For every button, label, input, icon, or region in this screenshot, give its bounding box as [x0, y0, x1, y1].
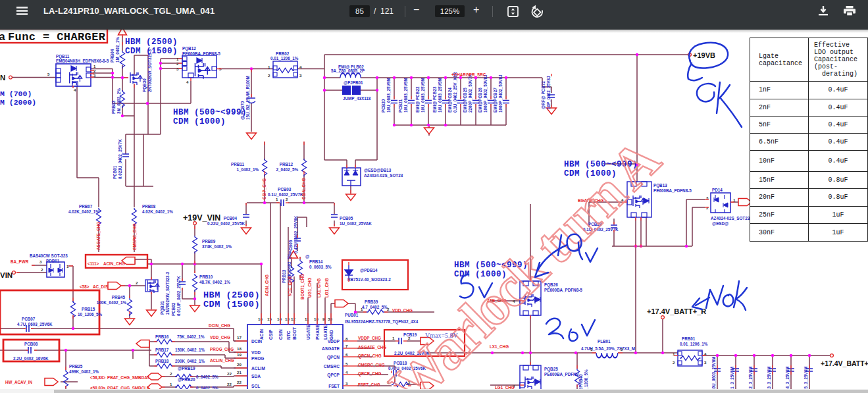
svg-text:CSIP: CSIP — [268, 329, 273, 340]
svg-text:VDD_CHG: VDD_CHG — [210, 335, 230, 340]
svg-text:N: N — [0, 74, 5, 82]
svg-text:10U_0603_25V9M: 10U_0603_25V9M — [386, 78, 391, 113]
svg-text:AZ4024-02S_SOT23: AZ4024-02S_SOT23 — [711, 216, 750, 221]
svg-text:2.2U_0402_16V6K: 2.2U_0402_16V6K — [13, 356, 49, 361]
svg-text:BOOT1_CHG: BOOT1_CHG — [300, 274, 305, 300]
svg-text:PCB01: PCB01 — [113, 165, 117, 179]
svg-text:10U_0603_25V6M: 10U_0603_25V6M — [711, 356, 716, 391]
svg-text:PRB02: PRB02 — [276, 51, 290, 56]
svg-text:PD14: PD14 — [712, 188, 723, 192]
svg-text:3: 3 — [299, 73, 302, 78]
svg-text:1: 1 — [170, 382, 172, 386]
svg-text:@PDB14: @PDB14 — [360, 268, 378, 273]
svg-text:12: 12 — [291, 317, 295, 321]
svg-text:1: 1 — [590, 347, 593, 352]
svg-text:2: 2 — [136, 280, 138, 285]
svg-text:PCB05: PCB05 — [340, 216, 353, 221]
svg-text:+19V_VIN: +19V_VIN — [183, 213, 220, 223]
svg-text:0.01UF_0402_25V7K: 0.01UF_0402_25V7K — [176, 276, 181, 316]
svg-text:CSIN: CSIN — [278, 329, 283, 340]
svg-text:<58>: <58> — [80, 284, 89, 289]
svg-text:4: 4 — [299, 65, 302, 69]
svg-text:PQB30: PQB30 — [142, 78, 147, 92]
svg-text:@ESD@DB13: @ESD@DB13 — [364, 168, 392, 172]
svg-text:0.47U_0402_25V6K: 0.47U_0402_25V6K — [294, 215, 298, 253]
svg-text:4: 4 — [186, 80, 189, 84]
svg-text:CMSRC_CHG: CMSRC_CHG — [358, 363, 385, 367]
svg-text:8: 8 — [345, 336, 348, 341]
svg-text:0.01_1206_1%: 0.01_1206_1% — [680, 342, 708, 346]
svg-text:PQB31: PQB31 — [160, 301, 165, 315]
svg-text:PE600BA_PDFN8: PE600BA_PDFN8 — [544, 372, 579, 377]
svg-text:PLB01: PLB01 — [598, 339, 611, 344]
svg-text:EMI@ PCB22: EMI@ PCB22 — [415, 86, 420, 113]
svg-text:PE600BA_PDFN8-5: PE600BA_PDFN8-5 — [653, 188, 692, 193]
svg-text:+17.4V_BATT+: +17.4V_BATT+ — [821, 359, 868, 367]
svg-text:+CHARGER_SRC: +CHARGER_SRC — [451, 72, 486, 77]
svg-text:PCB21: PCB21 — [398, 99, 403, 113]
svg-text:4.02K_0402_1%: 4.02K_0402_1% — [142, 209, 173, 214]
svg-text:ASGATE_CHG: ASGATE_CHG — [358, 345, 386, 350]
svg-text:0_0603_5%: 0_0603_5% — [309, 265, 332, 269]
svg-text:2: 2 — [673, 360, 675, 365]
svg-text:FSET: FSET — [328, 384, 340, 388]
svg-text:4.02K_0402_1%: 4.02K_0402_1% — [68, 209, 99, 214]
svg-text:ACIN_CHG: ACIN_CHG — [265, 275, 269, 296]
svg-text:PRB08: PRB08 — [142, 204, 156, 209]
svg-text:1000P_0402_50V8J: 1000P_0402_50V8J — [483, 74, 488, 113]
svg-text:EMI@PCB25: EMI@PCB25 — [463, 88, 467, 113]
svg-text:PCB06: PCB06 — [288, 240, 293, 253]
svg-text:<111>: <111> — [88, 261, 99, 266]
svg-text:PRB25: PRB25 — [69, 364, 83, 369]
svg-text:PRB14: PRB14 — [309, 259, 323, 264]
svg-text:LX1_CHG: LX1_CHG — [317, 278, 321, 298]
svg-text:HW_ACAV_IN: HW_ACAV_IN — [5, 380, 33, 384]
svg-text:+19VB: +19VB — [693, 51, 715, 59]
svg-text:100K_0402_1%: 100K_0402_1% — [97, 300, 127, 305]
svg-text:@PRB20: @PRB20 — [178, 377, 195, 382]
svg-text:CDM (1000): CDM (1000) — [173, 117, 226, 126]
svg-text:0_0402_5%: 0_0402_5% — [196, 375, 218, 379]
svg-text:UGATE: UGATE — [306, 325, 311, 340]
svg-text:UG1_CHG: UG1_CHG — [307, 277, 312, 298]
svg-text:PDB01: PDB01 — [46, 259, 60, 263]
svg-text:ACIN_CHG: ACIN_CHG — [103, 261, 125, 266]
svg-text:FSET_CHG: FSET_CHG — [358, 382, 380, 387]
svg-text:4: 4 — [345, 370, 348, 375]
svg-text:1_0402_1%: 1_0402_1% — [236, 167, 259, 172]
svg-text:374K_0402_1%: 374K_0402_1% — [202, 244, 232, 249]
svg-text:@RF@ PCB72: @RF@ PCB72 — [541, 81, 546, 109]
svg-text:HBM (2500): HBM (2500) — [203, 290, 260, 300]
svg-text:BA_PWR: BA_PWR — [11, 259, 29, 264]
svg-text:PRB15: PRB15 — [82, 307, 95, 311]
svg-text:SCL: SCL — [251, 384, 260, 388]
svg-text:10U_0603_25V9M: 10U_0603_25V9M — [421, 78, 425, 113]
svg-text:0.1U_0402_25V7K: 0.1U_0402_25V7K — [268, 192, 303, 197]
svg-text:PCB04: PCB04 — [224, 216, 238, 221]
svg-text:3: 3 — [39, 259, 42, 264]
svg-text:BAS40CW SOT-323: BAS40CW SOT-323 — [30, 253, 68, 258]
svg-text:11_3_25V6M: 11_3_25V6M — [730, 367, 734, 391]
svg-text:499K_0402_1%: 499K_0402_1% — [69, 369, 99, 374]
svg-text:EMI@PCB26: EMI@PCB26 — [478, 88, 482, 113]
svg-text:PRB09: PRB09 — [202, 239, 216, 244]
svg-text:18: 18 — [237, 346, 242, 351]
svg-text:AC_DIS: AC_DIS — [93, 284, 108, 289]
svg-text:1: 1 — [93, 64, 96, 68]
svg-text:75K_0402_1%: 75K_0402_1% — [177, 334, 205, 339]
svg-text:EMB04N03H_EDFN5X6-8-5: EMB04N03H_EDFN5X6-8-5 — [56, 59, 109, 63]
svg-text:Vmax=5.8V: Vmax=5.8V — [425, 332, 459, 339]
svg-text:AZ4024-02S_SOT23: AZ4024-02S_SOT23 — [364, 173, 403, 178]
svg-text:EMI@PCB24: EMI@PCB24 — [447, 88, 452, 113]
svg-text:PCB07: PCB07 — [22, 317, 36, 321]
svg-text:19: 19 — [237, 352, 242, 357]
svg-text:1M_0402_1%: 1M_0402_1% — [115, 37, 120, 63]
svg-text:ACLIM: ACLIM — [251, 366, 265, 371]
svg-text:10U_0603_25V9M: 10U_0603_25V9M — [438, 78, 442, 113]
svg-text:CDM (1500): CDM (1500) — [125, 47, 178, 56]
svg-text:2: 2 — [170, 371, 172, 376]
svg-text:21: 21 — [237, 370, 242, 375]
svg-text:1000P_0402_50V8J: 1000P_0402_50V8J — [498, 74, 503, 113]
svg-text:48.7K_0402_1%: 48.7K_0402_1% — [199, 280, 230, 284]
svg-text:ASGATE: ASGATE — [322, 346, 340, 351]
